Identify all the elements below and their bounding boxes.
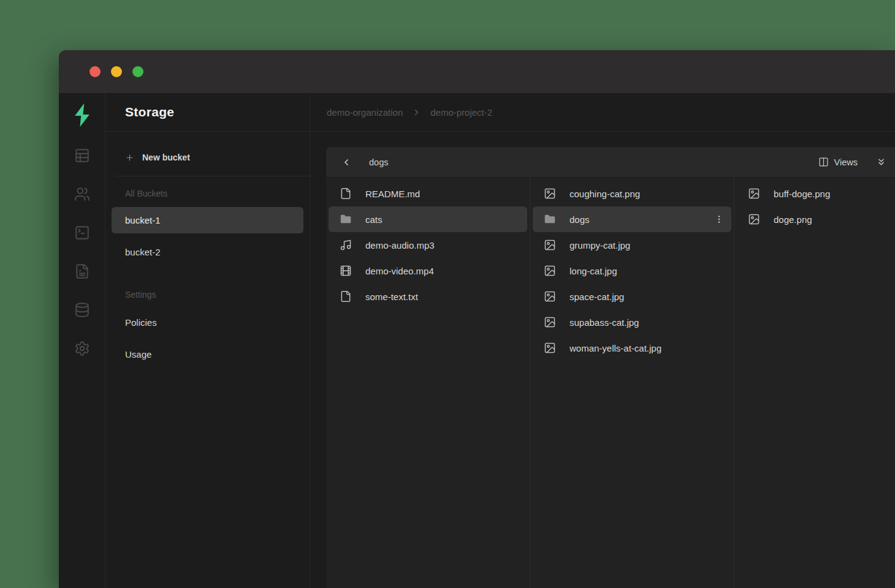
main-body: dogs Views README.mdcatsdemo-audio.mp3de… [310,132,895,588]
new-bucket-label: New bucket [142,153,190,162]
file-row-grumpy-cat.jpg[interactable]: grumpy-cat.jpg [533,232,731,258]
columns-icon [818,157,829,167]
file-column-1: README.mdcatsdemo-audio.mp3demo-video.mp… [326,178,530,588]
sidebar-nav: New bucket All Bucketsbucket-1bucket-2Se… [105,132,310,373]
file-icon [340,187,352,200]
nav-rail [59,93,105,588]
chevron-right-icon [412,108,421,117]
image-icon [544,290,556,303]
auth-users-icon[interactable] [74,186,90,202]
section-label: Settings [105,290,310,300]
folder-icon [544,213,556,225]
file-name-label: demo-video.mp4 [365,266,434,276]
file-name-label: woman-yells-at-cat.jpg [569,343,661,353]
music-icon [340,239,352,251]
file-row-supabass-cat.jpg[interactable]: supabass-cat.jpg [533,309,731,335]
image-icon [544,316,556,328]
app-window: Storage New bucket All Bucketsbucket-1bu… [59,50,895,588]
sql-editor-icon[interactable] [74,225,90,241]
file-name-label: some-text.txt [365,292,418,302]
file-column-3: buff-doge.pngdoge.png [734,178,895,588]
miller-columns: README.mdcatsdemo-audio.mp3demo-video.mp… [326,178,895,588]
section-label: All Buckets [105,189,310,198]
page-title: Storage [125,105,174,119]
file-name-label: doge.png [774,214,812,225]
nav-rail-items [74,148,90,379]
file-row-README.md[interactable]: README.md [329,181,527,206]
sidebar-item-bucket-2[interactable]: bucket-2 [112,239,303,265]
close-button[interactable] [90,66,101,77]
folder-icon [340,213,352,225]
new-bucket-button[interactable]: New bucket [105,149,310,166]
views-label: Views [834,157,858,167]
sidebar-header: Storage [105,93,310,132]
image-icon [544,265,556,277]
sidebar-item-bucket-1[interactable]: bucket-1 [112,207,303,233]
sidebar-section-settings: SettingsPoliciesUsage [105,290,310,368]
settings-gear-icon[interactable] [74,341,90,356]
sidebar-item-policies[interactable]: Policies [112,309,303,336]
supabase-bolt-icon[interactable] [71,101,93,129]
sidebar-section-buckets: All Bucketsbucket-1bucket-2 [105,189,310,265]
file-icon [340,290,352,303]
file-column-2: coughing-cat.pngdogsgrumpy-cat.jpglong-c… [530,178,734,588]
image-icon [748,187,760,200]
file-name-label: README.md [365,189,420,199]
file-row-space-cat.jpg[interactable]: space-cat.jpg [533,284,731,309]
film-icon [340,265,352,277]
file-row-long-cat.jpg[interactable]: long-cat.jpg [533,258,731,284]
maximize-button[interactable] [132,66,143,77]
folder-row-dogs[interactable]: dogs [533,206,731,232]
file-name-label: demo-audio.mp3 [365,240,435,251]
titlebar [59,50,895,93]
file-name-label: coughing-cat.png [569,189,640,199]
file-row-some-text.txt[interactable]: some-text.txt [329,284,527,309]
sidebar-item-usage[interactable]: Usage [112,341,303,368]
file-name-label: long-cat.jpg [569,266,617,276]
image-icon [544,187,556,200]
file-name-label: cats [365,214,383,225]
plus-icon [125,153,134,162]
folder-row-cats[interactable]: cats [329,206,527,232]
file-name-label: grumpy-cat.jpg [569,240,630,251]
logs-file-icon[interactable] [74,263,90,279]
file-browser-toolbar: dogs Views [326,147,895,178]
back-button[interactable] [341,157,351,167]
image-icon [544,239,556,251]
file-row-buff-doge.png[interactable]: buff-doge.png [737,181,893,206]
views-button[interactable]: Views [818,157,858,167]
sidebar-divider [115,176,310,176]
more-options-icon[interactable] [714,214,724,224]
current-folder-label: dogs [369,157,388,167]
minimize-button[interactable] [111,66,122,77]
sidebar-sections: All Bucketsbucket-1bucket-2SettingsPolic… [105,189,310,368]
database-icon[interactable] [74,302,90,318]
app-body: Storage New bucket All Bucketsbucket-1bu… [59,93,895,588]
breadcrumb-organization[interactable]: demo-organization [327,107,403,118]
file-name-label: supabass-cat.jpg [569,317,639,328]
file-row-doge.png[interactable]: doge.png [737,206,893,232]
file-row-demo-video.mp4[interactable]: demo-video.mp4 [329,258,527,284]
image-icon [748,213,760,225]
breadcrumb-project[interactable]: demo-project-2 [430,107,492,118]
file-row-demo-audio.mp3[interactable]: demo-audio.mp3 [329,232,527,258]
file-name-label: buff-doge.png [774,189,830,199]
toolbar-right: Views [818,157,895,167]
chevrons-down-icon[interactable] [876,157,886,167]
breadcrumb: demo-organization demo-project-2 [310,93,895,132]
file-browser-panel: dogs Views README.mdcatsdemo-audio.mp3de… [326,147,895,588]
file-name-label: dogs [569,214,590,225]
main-area: demo-organization demo-project-2 dogs Vi… [310,93,895,588]
file-row-woman-yells-at-cat.jpg[interactable]: woman-yells-at-cat.jpg [533,335,731,361]
image-icon [544,342,556,354]
file-row-coughing-cat.png[interactable]: coughing-cat.png [533,181,731,206]
table-editor-icon[interactable] [74,148,90,164]
storage-sidebar: Storage New bucket All Bucketsbucket-1bu… [105,93,310,588]
file-name-label: space-cat.jpg [569,292,624,302]
